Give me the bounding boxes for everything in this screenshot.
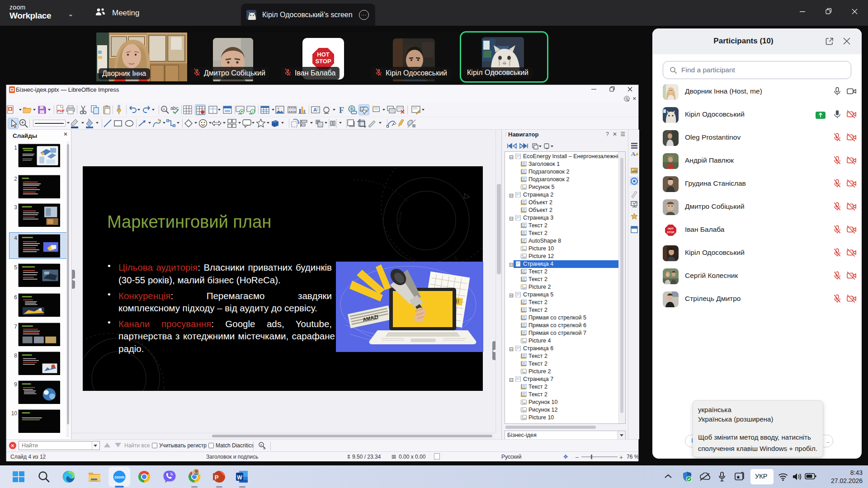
svg-text:zoom: zoom	[114, 475, 125, 479]
svg-text:10: 10	[252, 110, 255, 113]
svg-text:STOP: STOP	[667, 231, 674, 234]
svg-text:HOT: HOT	[317, 51, 330, 58]
svg-text:HOT: HOT	[668, 227, 674, 230]
svg-text:a: a	[260, 443, 262, 446]
svg-text:d: d	[263, 447, 265, 450]
svg-text:a: a	[163, 107, 165, 111]
svg-text:W: W	[237, 474, 242, 481]
svg-text:PDF: PDF	[57, 109, 65, 113]
svg-text:STOP: STOP	[315, 58, 331, 65]
svg-text:A: A	[631, 150, 636, 157]
svg-text:F: F	[339, 106, 344, 115]
svg-text:P: P	[215, 474, 219, 481]
svg-text:A: A	[313, 107, 317, 113]
